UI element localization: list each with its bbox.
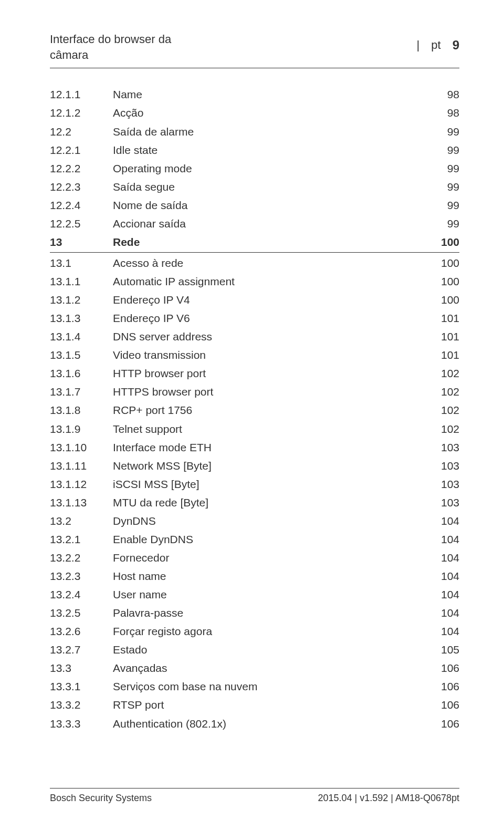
toc-row[interactable]: 13.2.3Host name104	[50, 567, 459, 585]
toc-section-number: 13.2.1	[50, 530, 113, 548]
footer-left: Bosch Security Systems	[50, 793, 152, 804]
toc-row[interactable]: 13.3.3Authentication (802.1x)106	[50, 714, 459, 733]
toc-section-number: 13.2.7	[50, 640, 113, 659]
toc-page-number: 101	[428, 327, 459, 346]
toc-section-number: 13.1.9	[50, 420, 113, 438]
toc-row[interactable]: 13.2.4User name104	[50, 585, 459, 604]
toc-row[interactable]: 13.2.1Enable DynDNS104	[50, 530, 459, 548]
toc-page-number: 106	[428, 659, 459, 677]
toc-row[interactable]: 12.2.5Accionar saída99	[50, 214, 459, 233]
toc-page-number: 101	[428, 346, 459, 364]
toc-section-title: HTTP browser port	[113, 364, 428, 382]
toc-row[interactable]: 13.1.3Endereço IP V6101	[50, 309, 459, 327]
toc-section-title: Avançadas	[113, 659, 428, 677]
toc-section-title: Estado	[113, 640, 428, 659]
toc-page-number: 100	[428, 233, 459, 251]
toc-section-title: HTTPS browser port	[113, 382, 428, 401]
toc-row[interactable]: 12.2.1Idle state99	[50, 141, 459, 159]
toc-row[interactable]: 13.2.7Estado105	[50, 640, 459, 659]
title-line-2: câmara	[50, 48, 88, 61]
toc-row[interactable]: 13.1.5Video transmission101	[50, 346, 459, 364]
toc-page-number: 98	[428, 103, 459, 122]
toc-row[interactable]: 13.1.7HTTPS browser port102	[50, 382, 459, 401]
title-line-1: Interface do browser da	[50, 33, 171, 46]
toc-row[interactable]: 12.1.1Name98	[50, 85, 459, 103]
toc-row[interactable]: 13.2.5Palavra-passe104	[50, 604, 459, 622]
toc-section-number: 12.2.4	[50, 196, 113, 214]
toc-section-title: RCP+ port 1756	[113, 401, 428, 419]
page-header: Interface do browser da câmara | pt 9	[50, 32, 459, 68]
toc-section-number: 13.3	[50, 659, 113, 677]
toc-section-number: 13.1.13	[50, 493, 113, 512]
toc-section-number: 13.1.10	[50, 438, 113, 456]
toc-row[interactable]: 13.1.4DNS server address101	[50, 327, 459, 346]
toc-page-number: 106	[428, 714, 459, 733]
toc-row[interactable]: 13.1.9Telnet support102	[50, 420, 459, 438]
toc-section-number: 13.1.11	[50, 456, 113, 475]
toc-section-number: 12.2.2	[50, 159, 113, 178]
toc-page-number: 104	[428, 585, 459, 604]
toc-row[interactable]: 13.1.11Network MSS [Byte]103	[50, 456, 459, 475]
toc-section-title: MTU da rede [Byte]	[113, 493, 428, 512]
toc-page-number: 102	[428, 364, 459, 382]
toc-section-number: 13.1.8	[50, 401, 113, 419]
toc-page-number: 103	[428, 493, 459, 512]
toc-section-number: 12.2.5	[50, 214, 113, 233]
toc-row[interactable]: 13.3Avançadas106	[50, 659, 459, 677]
toc-page-number: 102	[428, 420, 459, 438]
document-title: Interface do browser da câmara	[50, 32, 171, 63]
toc-row[interactable]: 12.2.4Nome de saída99	[50, 196, 459, 214]
toc-row[interactable]: 13.3.1Serviços com base na nuvem106	[50, 677, 459, 696]
toc-page-number: 106	[428, 696, 459, 714]
toc-row[interactable]: 13.3.2RTSP port106	[50, 696, 459, 714]
toc-section-title: Enable DynDNS	[113, 530, 428, 548]
toc-row[interactable]: 13.1.10Interface mode ETH103	[50, 438, 459, 456]
toc-section-number: 13.3.2	[50, 696, 113, 714]
toc-row[interactable]: 13.1.1Automatic IP assignment100	[50, 272, 459, 290]
toc-section-title: Authentication (802.1x)	[113, 714, 428, 733]
toc-row[interactable]: 13Rede100	[50, 233, 459, 253]
toc-page-number: 99	[428, 141, 459, 159]
toc-section-title: Endereço IP V4	[113, 290, 428, 309]
toc-section-number: 12.2.3	[50, 178, 113, 196]
table-of-contents: 12.1.1Name9812.1.2Acção9812.2Saída de al…	[50, 85, 459, 732]
toc-section-number: 13.1.3	[50, 309, 113, 327]
toc-section-title: DNS server address	[113, 327, 428, 346]
toc-row[interactable]: 13.1.2Endereço IP V4100	[50, 290, 459, 309]
toc-row[interactable]: 12.2Saída de alarme99	[50, 122, 459, 141]
toc-row[interactable]: 12.2.2Operating mode99	[50, 159, 459, 178]
toc-section-title: Name	[113, 85, 428, 103]
toc-section-title: Saída de alarme	[113, 122, 428, 141]
toc-row[interactable]: 12.2.3Saída segue99	[50, 178, 459, 196]
toc-row[interactable]: 13.2.2Fornecedor104	[50, 548, 459, 567]
toc-page-number: 105	[428, 640, 459, 659]
toc-row[interactable]: 13.1.13MTU da rede [Byte]103	[50, 493, 459, 512]
toc-row[interactable]: 12.1.2Acção98	[50, 103, 459, 122]
toc-section-number: 13.2.6	[50, 622, 113, 640]
toc-page-number: 98	[428, 85, 459, 103]
toc-page-number: 104	[428, 622, 459, 640]
toc-section-number: 13.1.5	[50, 346, 113, 364]
toc-section-title: Saída segue	[113, 178, 428, 196]
toc-page-number: 104	[428, 530, 459, 548]
toc-section-number: 13.1.6	[50, 364, 113, 382]
toc-section-title: Acesso à rede	[113, 254, 428, 272]
toc-page-number: 99	[428, 214, 459, 233]
toc-section-title: RTSP port	[113, 696, 428, 714]
toc-page-number: 99	[428, 122, 459, 141]
toc-row[interactable]: 13.2.6Forçar registo agora104	[50, 622, 459, 640]
toc-row[interactable]: 13.1Acesso à rede100	[50, 254, 459, 272]
pipe-icon: |	[417, 38, 420, 52]
page-footer: Bosch Security Systems 2015.04 | v1.592 …	[50, 788, 459, 804]
toc-section-title: User name	[113, 585, 428, 604]
toc-page-number: 106	[428, 677, 459, 696]
toc-row[interactable]: 13.1.12iSCSI MSS [Byte]103	[50, 475, 459, 493]
toc-row[interactable]: 13.2DynDNS104	[50, 512, 459, 530]
toc-section-title: Host name	[113, 567, 428, 585]
toc-row[interactable]: 13.1.8RCP+ port 1756102	[50, 401, 459, 419]
toc-section-number: 13.1.2	[50, 290, 113, 309]
toc-section-number: 13.2.5	[50, 604, 113, 622]
toc-row[interactable]: 13.1.6HTTP browser port102	[50, 364, 459, 382]
toc-section-title: Idle state	[113, 141, 428, 159]
toc-section-title: Interface mode ETH	[113, 438, 428, 456]
